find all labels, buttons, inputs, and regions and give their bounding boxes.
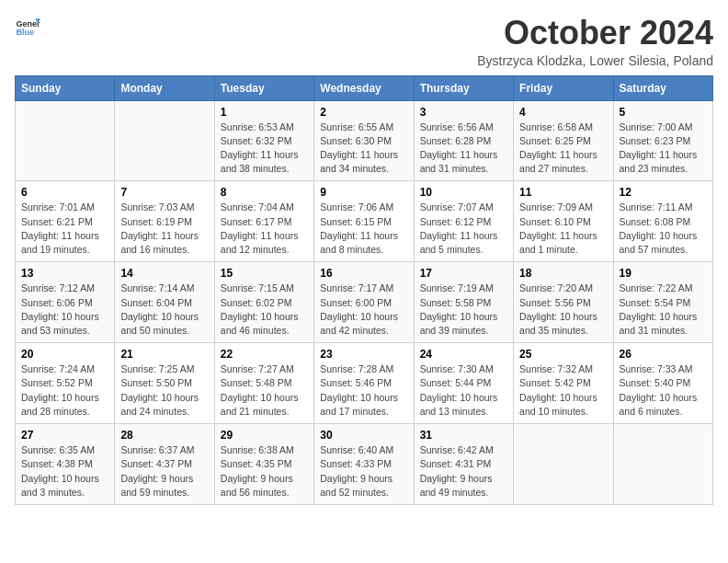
day-detail: Sunrise: 7:11 AMSunset: 6:08 PMDaylight:…: [620, 201, 707, 257]
weekday-header-friday: Friday: [514, 75, 613, 100]
calendar-cell: 13Sunrise: 7:12 AMSunset: 6:06 PMDayligh…: [16, 262, 115, 343]
day-number: 25: [519, 348, 607, 361]
day-number: 15: [221, 267, 308, 280]
svg-text:Blue: Blue: [16, 28, 34, 37]
calendar-cell: 23Sunrise: 7:28 AMSunset: 5:46 PMDayligh…: [314, 343, 414, 424]
day-detail: Sunrise: 7:22 AMSunset: 5:54 PMDaylight:…: [620, 282, 707, 338]
day-detail: Sunrise: 7:03 AMSunset: 6:19 PMDaylight:…: [120, 201, 208, 257]
calendar-cell: 15Sunrise: 7:15 AMSunset: 6:02 PMDayligh…: [214, 262, 313, 343]
calendar-cell: [16, 100, 115, 181]
calendar-cell: 28Sunrise: 6:37 AMSunset: 4:37 PMDayligh…: [115, 424, 214, 505]
calendar-cell: 24Sunrise: 7:30 AMSunset: 5:44 PMDayligh…: [414, 343, 513, 424]
calendar-cell: 18Sunrise: 7:20 AMSunset: 5:56 PMDayligh…: [514, 262, 613, 343]
calendar-cell: 3Sunrise: 6:56 AMSunset: 6:28 PMDaylight…: [414, 100, 513, 181]
day-number: 18: [519, 267, 607, 280]
day-detail: Sunrise: 6:58 AMSunset: 6:25 PMDaylight:…: [519, 121, 607, 177]
calendar-cell: 19Sunrise: 7:22 AMSunset: 5:54 PMDayligh…: [613, 262, 712, 343]
calendar-cell: 22Sunrise: 7:27 AMSunset: 5:48 PMDayligh…: [214, 343, 313, 424]
location-subtitle: Bystrzyca Klodzka, Lower Silesia, Poland: [477, 53, 713, 68]
weekday-header-saturday: Saturday: [613, 75, 712, 100]
weekday-header-thursday: Thursday: [414, 75, 513, 100]
day-detail: Sunrise: 6:40 AMSunset: 4:33 PMDaylight:…: [320, 443, 407, 500]
day-number: 24: [420, 348, 507, 361]
calendar-cell: 14Sunrise: 7:14 AMSunset: 6:04 PMDayligh…: [115, 262, 214, 343]
day-number: 17: [420, 267, 507, 280]
day-number: 27: [21, 429, 108, 442]
day-detail: Sunrise: 6:37 AMSunset: 4:37 PMDaylight:…: [120, 443, 208, 500]
day-number: 1: [221, 106, 308, 119]
day-detail: Sunrise: 6:42 AMSunset: 4:31 PMDaylight:…: [420, 443, 507, 500]
calendar-cell: 8Sunrise: 7:04 AMSunset: 6:17 PMDaylight…: [214, 181, 313, 262]
day-detail: Sunrise: 7:27 AMSunset: 5:48 PMDaylight:…: [221, 362, 308, 419]
day-number: 3: [420, 106, 507, 119]
day-number: 23: [320, 348, 407, 361]
day-number: 5: [620, 106, 707, 119]
day-number: 7: [120, 186, 208, 199]
day-detail: Sunrise: 7:14 AMSunset: 6:04 PMDaylight:…: [120, 282, 208, 338]
calendar-cell: 27Sunrise: 6:35 AMSunset: 4:38 PMDayligh…: [16, 424, 115, 505]
logo-icon: General Blue: [15, 15, 40, 40]
day-detail: Sunrise: 7:25 AMSunset: 5:50 PMDaylight:…: [120, 362, 208, 419]
day-detail: Sunrise: 7:17 AMSunset: 6:00 PMDaylight:…: [320, 282, 407, 338]
day-number: 9: [320, 186, 407, 199]
calendar-cell: 21Sunrise: 7:25 AMSunset: 5:50 PMDayligh…: [115, 343, 214, 424]
calendar-cell: 5Sunrise: 7:00 AMSunset: 6:23 PMDaylight…: [613, 100, 712, 181]
weekday-header-tuesday: Tuesday: [214, 75, 313, 100]
day-number: 4: [519, 106, 607, 119]
day-number: 16: [320, 267, 407, 280]
day-detail: Sunrise: 6:53 AMSunset: 6:32 PMDaylight:…: [221, 121, 308, 177]
calendar-cell: 29Sunrise: 6:38 AMSunset: 4:35 PMDayligh…: [214, 424, 313, 505]
day-detail: Sunrise: 7:06 AMSunset: 6:15 PMDaylight:…: [320, 201, 407, 257]
day-number: 10: [420, 186, 507, 199]
day-detail: Sunrise: 7:01 AMSunset: 6:21 PMDaylight:…: [21, 201, 108, 257]
weekday-header-monday: Monday: [115, 75, 214, 100]
calendar-cell: 20Sunrise: 7:24 AMSunset: 5:52 PMDayligh…: [16, 343, 115, 424]
day-number: 20: [21, 348, 108, 361]
calendar-cell: 7Sunrise: 7:03 AMSunset: 6:19 PMDaylight…: [115, 181, 214, 262]
day-number: 28: [120, 429, 208, 442]
day-detail: Sunrise: 7:04 AMSunset: 6:17 PMDaylight:…: [221, 201, 308, 257]
day-number: 11: [519, 186, 607, 199]
calendar-cell: 1Sunrise: 6:53 AMSunset: 6:32 PMDaylight…: [214, 100, 313, 181]
day-detail: Sunrise: 7:24 AMSunset: 5:52 PMDaylight:…: [21, 362, 108, 419]
calendar-cell: 16Sunrise: 7:17 AMSunset: 6:00 PMDayligh…: [314, 262, 414, 343]
day-detail: Sunrise: 7:32 AMSunset: 5:42 PMDaylight:…: [519, 362, 607, 419]
day-number: 31: [420, 429, 507, 442]
logo: General Blue General Blue: [15, 15, 40, 40]
day-number: 29: [221, 429, 308, 442]
calendar-cell: 26Sunrise: 7:33 AMSunset: 5:40 PMDayligh…: [613, 343, 712, 424]
day-number: 21: [120, 348, 208, 361]
calendar-cell: 25Sunrise: 7:32 AMSunset: 5:42 PMDayligh…: [514, 343, 613, 424]
day-detail: Sunrise: 7:33 AMSunset: 5:40 PMDaylight:…: [620, 362, 707, 419]
day-number: 19: [620, 267, 707, 280]
day-detail: Sunrise: 7:15 AMSunset: 6:02 PMDaylight:…: [221, 282, 308, 338]
day-detail: Sunrise: 6:38 AMSunset: 4:35 PMDaylight:…: [221, 443, 308, 500]
day-detail: Sunrise: 6:55 AMSunset: 6:30 PMDaylight:…: [320, 121, 407, 177]
day-detail: Sunrise: 7:20 AMSunset: 5:56 PMDaylight:…: [519, 282, 607, 338]
calendar-cell: 11Sunrise: 7:09 AMSunset: 6:10 PMDayligh…: [514, 181, 613, 262]
day-number: 13: [21, 267, 108, 280]
calendar-cell: 9Sunrise: 7:06 AMSunset: 6:15 PMDaylight…: [314, 181, 414, 262]
weekday-header-wednesday: Wednesday: [314, 75, 414, 100]
calendar-cell: [613, 424, 712, 505]
day-number: 2: [320, 106, 407, 119]
day-detail: Sunrise: 6:35 AMSunset: 4:38 PMDaylight:…: [21, 443, 108, 500]
day-detail: Sunrise: 6:56 AMSunset: 6:28 PMDaylight:…: [420, 121, 507, 177]
calendar-cell: 2Sunrise: 6:55 AMSunset: 6:30 PMDaylight…: [314, 100, 414, 181]
calendar-cell: 10Sunrise: 7:07 AMSunset: 6:12 PMDayligh…: [414, 181, 513, 262]
month-title: October 2024: [477, 15, 713, 52]
day-number: 26: [620, 348, 707, 361]
day-detail: Sunrise: 7:30 AMSunset: 5:44 PMDaylight:…: [420, 362, 507, 419]
day-number: 12: [620, 186, 707, 199]
day-number: 8: [221, 186, 308, 199]
day-detail: Sunrise: 7:09 AMSunset: 6:10 PMDaylight:…: [519, 201, 607, 257]
day-detail: Sunrise: 7:07 AMSunset: 6:12 PMDaylight:…: [420, 201, 507, 257]
calendar-table: SundayMondayTuesdayWednesdayThursdayFrid…: [15, 75, 713, 505]
calendar-cell: 17Sunrise: 7:19 AMSunset: 5:58 PMDayligh…: [414, 262, 513, 343]
day-number: 30: [320, 429, 407, 442]
calendar-cell: 12Sunrise: 7:11 AMSunset: 6:08 PMDayligh…: [613, 181, 712, 262]
weekday-header-sunday: Sunday: [16, 75, 115, 100]
day-detail: Sunrise: 7:00 AMSunset: 6:23 PMDaylight:…: [620, 121, 707, 177]
title-block: October 2024 Bystrzyca Klodzka, Lower Si…: [477, 15, 713, 68]
calendar-cell: 6Sunrise: 7:01 AMSunset: 6:21 PMDaylight…: [16, 181, 115, 262]
